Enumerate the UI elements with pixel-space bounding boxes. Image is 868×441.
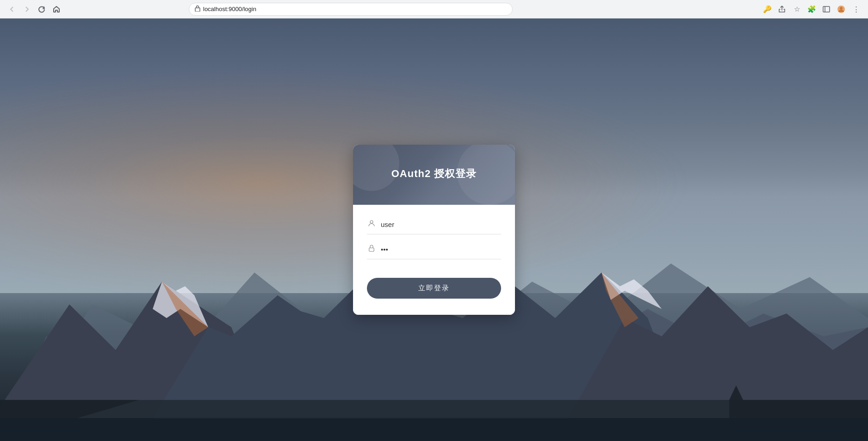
back-button[interactable] <box>6 3 19 16</box>
bookmark-star-icon[interactable]: ☆ <box>790 3 803 16</box>
password-manager-icon[interactable]: 🔑 <box>761 3 774 16</box>
lock-icon <box>367 244 376 255</box>
browser-toolbar-actions: 🔑 ☆ 🧩 ⋮ <box>761 3 862 16</box>
login-button[interactable]: 立即登录 <box>367 278 501 299</box>
address-lock-icon <box>195 5 200 13</box>
card-title: OAuth2 授权登录 <box>391 167 477 181</box>
username-input[interactable] <box>381 219 501 230</box>
reload-button[interactable] <box>35 3 48 16</box>
card-body: 立即登录 <box>353 205 515 315</box>
address-bar[interactable]: localhost:9000/login <box>189 3 513 16</box>
extension-puzzle-icon[interactable]: 🧩 <box>805 3 818 16</box>
share-icon[interactable] <box>775 3 788 16</box>
forward-button[interactable] <box>20 3 33 16</box>
svg-rect-18 <box>0 418 868 441</box>
svg-rect-20 <box>369 248 374 251</box>
svg-point-3 <box>840 7 843 10</box>
sidebar-icon[interactable] <box>820 3 833 16</box>
svg-rect-1 <box>823 6 830 12</box>
nav-buttons <box>6 3 63 16</box>
password-field-container <box>367 244 501 259</box>
profile-icon[interactable] <box>835 3 848 16</box>
username-field-container <box>367 219 501 234</box>
url-display: localhost:9000/login <box>203 6 256 12</box>
password-input[interactable] <box>381 244 501 255</box>
login-card: OAuth2 授权登录 <box>353 145 515 315</box>
menu-dots-icon[interactable]: ⋮ <box>849 3 862 16</box>
user-icon <box>367 219 376 230</box>
home-button[interactable] <box>50 3 63 16</box>
svg-rect-0 <box>195 8 200 12</box>
browser-chrome: localhost:9000/login 🔑 ☆ 🧩 ⋮ <box>0 0 868 18</box>
card-header: OAuth2 授权登录 <box>353 145 515 205</box>
spacer <box>367 269 501 278</box>
page-content: OAuth2 授权登录 <box>0 18 868 441</box>
svg-point-19 <box>370 220 373 223</box>
